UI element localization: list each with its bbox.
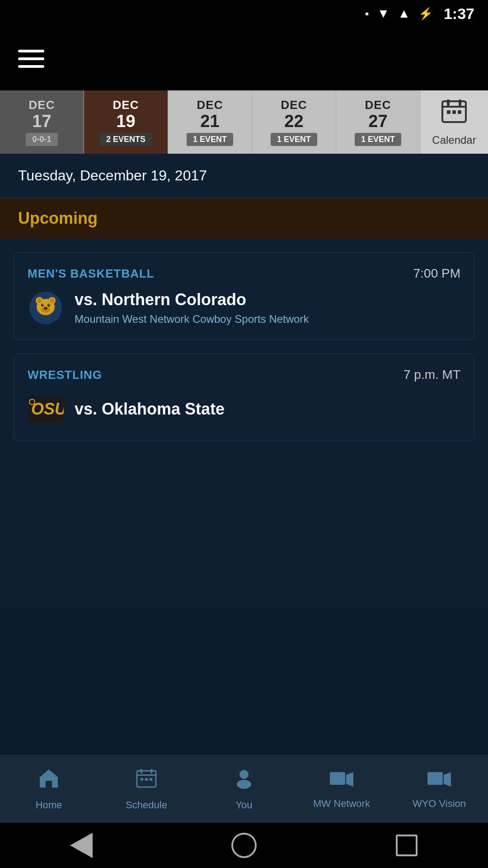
home-icon — [38, 767, 60, 795]
date-tab-dec27[interactable]: DEC 27 1 EVENT — [336, 90, 420, 154]
date-tab-dec22[interactable]: DEC 22 1 EVENT — [252, 90, 336, 154]
nav-label-home: Home — [36, 799, 62, 811]
home-button[interactable] — [230, 832, 258, 859]
svg-point-18 — [44, 307, 47, 310]
status-time: 1:37 — [444, 5, 474, 23]
svg-rect-26 — [150, 769, 152, 774]
svg-marker-22 — [40, 769, 58, 788]
svg-rect-34 — [427, 772, 443, 785]
nav-item-schedule[interactable]: Schedule — [98, 755, 195, 823]
svg-marker-35 — [444, 772, 451, 787]
nav-item-mw-network[interactable]: MW Network — [293, 755, 390, 823]
nav-label-mw-network: MW Network — [313, 798, 370, 810]
calendar-tab[interactable]: Calendar — [420, 90, 488, 154]
events-container: MEN'S BASKETBALL 7:00 PM — [0, 239, 488, 455]
nav-label-schedule: Schedule — [126, 799, 167, 811]
wifi-icon: ▼ — [377, 6, 390, 21]
date-tab-dec21[interactable]: DEC 21 1 EVENT — [168, 90, 252, 154]
nav-item-home[interactable]: Home — [0, 755, 98, 823]
svg-rect-29 — [150, 778, 152, 781]
svg-rect-3 — [459, 99, 461, 106]
android-nav — [0, 823, 488, 868]
svg-marker-33 — [346, 772, 353, 787]
date-header: Tuesday, December 19, 2017 — [0, 154, 488, 198]
calendar-icon — [441, 98, 468, 130]
date-tab-dec17[interactable]: DEC 17 0-0-1 — [0, 90, 84, 154]
nav-label-you: You — [235, 799, 252, 811]
event-sport-basketball: MEN'S BASKETBALL — [28, 267, 155, 281]
hamburger-menu[interactable] — [18, 50, 44, 68]
event-time-basketball: 7:00 PM — [413, 266, 460, 281]
date-tab-dec19[interactable]: DEC 19 2 EVENTS — [84, 90, 168, 154]
osu-logo: OSU — [28, 391, 64, 427]
bear-logo — [28, 290, 64, 326]
opponent-name-basketball: vs. Northern Colorado — [75, 290, 309, 309]
svg-point-12 — [50, 298, 54, 303]
recents-button[interactable] — [393, 832, 420, 859]
event-card-header-basketball: MEN'S BASKETBALL 7:00 PM — [28, 266, 460, 281]
upcoming-label: Upcoming — [18, 209, 98, 227]
event-matchup-wrestling: OSU vs. Oklahoma State — [28, 391, 460, 427]
event-card-wrestling[interactable]: WRESTLING 7 p.m. MT OSU vs. Oklahoma Sta… — [14, 354, 474, 441]
svg-point-30 — [239, 770, 249, 779]
svg-rect-27 — [141, 778, 143, 781]
svg-rect-5 — [452, 110, 456, 114]
svg-point-31 — [237, 780, 251, 789]
signal-icon: ▲ — [398, 6, 410, 21]
svg-point-11 — [37, 298, 42, 303]
event-sport-wrestling: WRESTLING — [28, 368, 102, 382]
event-time-wrestling: 7 p.m. MT — [404, 368, 460, 382]
back-button[interactable] — [68, 832, 95, 859]
svg-rect-32 — [330, 772, 345, 785]
svg-text:OSU: OSU — [31, 400, 64, 418]
page-spacer — [0, 455, 488, 609]
top-bar — [0, 27, 488, 90]
svg-rect-28 — [145, 778, 148, 781]
svg-rect-1 — [442, 106, 466, 108]
svg-rect-25 — [141, 769, 142, 774]
upcoming-section: Upcoming — [0, 198, 488, 239]
calendar-label: Calendar — [432, 134, 476, 146]
event-opponent-wrestling: vs. Oklahoma State — [75, 400, 225, 419]
event-network-basketball: Mountain West Network Cowboy Sports Netw… — [75, 313, 309, 326]
svg-rect-24 — [137, 774, 156, 776]
person-icon — [233, 767, 255, 795]
svg-rect-2 — [447, 99, 450, 106]
sim-icon: ▪ — [365, 7, 369, 20]
wyo-vision-video-icon — [427, 769, 452, 793]
date-tabs: DEC 17 0-0-1 DEC 19 2 EVENTS DEC 21 1 EV… — [0, 90, 488, 154]
event-card-basketball[interactable]: MEN'S BASKETBALL 7:00 PM — [14, 252, 474, 340]
svg-rect-6 — [458, 110, 461, 114]
event-card-header-wrestling: WRESTLING 7 p.m. MT — [28, 368, 460, 382]
mw-network-video-icon — [329, 769, 354, 793]
svg-rect-4 — [447, 110, 450, 114]
bottom-nav: Home Schedule You — [0, 755, 488, 823]
opponent-name-wrestling: vs. Oklahoma State — [75, 400, 225, 419]
svg-point-15 — [47, 304, 50, 307]
svg-point-14 — [41, 304, 44, 307]
svg-point-16 — [42, 304, 43, 305]
nav-label-wyo-vision: WYO Vision — [413, 798, 466, 810]
date-header-text: Tuesday, December 19, 2017 — [18, 167, 207, 184]
nav-item-you[interactable]: You — [195, 755, 293, 823]
event-matchup-basketball: vs. Northern Colorado Mountain West Netw… — [28, 290, 460, 326]
event-opponent-basketball: vs. Northern Colorado Mountain West Netw… — [75, 290, 309, 326]
battery-icon: ⚡ — [418, 7, 433, 21]
status-bar: ▪ ▼ ▲ ⚡ 1:37 — [0, 0, 488, 27]
svg-point-17 — [49, 304, 50, 305]
schedule-icon — [135, 767, 158, 795]
nav-item-wyo-vision[interactable]: WYO Vision — [390, 755, 488, 823]
